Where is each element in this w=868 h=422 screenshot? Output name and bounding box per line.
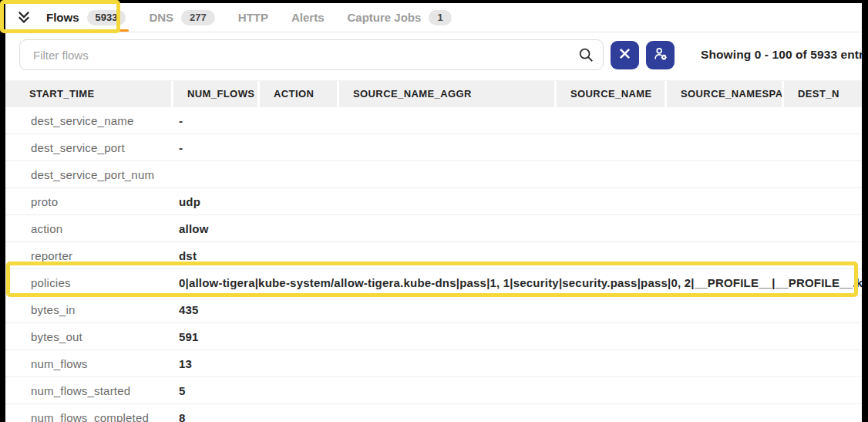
tab-count-badge: 277 [181,10,215,25]
column-header-label: START_TIME [29,88,95,100]
tab-capture-jobs[interactable]: Capture Jobs 1 [348,3,452,32]
column-header-action[interactable]: ACTION [260,81,339,107]
double-chevron-down-icon[interactable] [14,8,34,28]
detail-key: dest_service_port_num [5,168,179,181]
column-header-label: NUM_FLOWS [187,88,254,100]
detail-value: - [179,141,862,154]
detail-key: num_flows [5,357,179,370]
detail-value: 435 [179,303,862,316]
detail-row-reporter: reporter dst [5,242,862,269]
filter-input[interactable] [19,39,604,70]
close-icon [620,49,630,61]
detail-value: 8 [179,411,862,422]
detail-row-proto: proto udp [5,188,862,215]
column-header-source-namespace[interactable]: SOURCE_NAMESPACE [667,81,784,107]
column-header-label: SOURCE_NAME_AGGR [353,88,472,100]
column-header-label: ACTION [274,88,314,100]
detail-value: - [179,114,862,127]
tab-label: DNS [149,11,173,24]
detail-value: 13 [179,357,862,370]
search-icon[interactable] [577,46,594,63]
detail-key: proto [5,195,179,208]
detail-value: allow [179,222,862,235]
user-settings-button[interactable] [646,41,675,69]
detail-key: bytes_in [5,303,179,316]
column-header-label: DEST_N [798,88,839,100]
clear-filter-button[interactable] [611,41,639,69]
tab-alerts[interactable]: Alerts [291,3,325,32]
tab-dns[interactable]: DNS 277 [149,3,214,32]
detail-row-policies: policies 0|allow-tigera|kube-system/allo… [5,269,862,296]
detail-key: action [5,222,179,235]
detail-value: udp [179,195,862,208]
column-header-start-time[interactable]: START_TIME [5,81,173,107]
detail-value: 0|allow-tigera|kube-system/allow-tigera.… [179,276,862,289]
detail-row-bytes-out: bytes_out 591 [5,323,862,350]
tab-http[interactable]: HTTP [238,3,268,32]
user-gear-icon [652,46,669,65]
active-tab-underline [43,29,129,32]
detail-key: policies [5,276,179,289]
tab-count-badge: 5933 [87,10,126,25]
detail-value: 591 [179,330,862,343]
column-header-num-flows[interactable]: NUM_FLOWS [173,81,260,107]
detail-row-num-flows: num_flows 13 [5,350,862,377]
detail-value: dst [179,249,862,262]
detail-key: dest_service_port [5,141,179,154]
detail-row-dest-service-name: dest_service_name - [5,107,862,134]
column-header-source-name-aggr[interactable]: SOURCE_NAME_AGGR [339,81,557,107]
column-header-label: SOURCE_NAMESPACE [681,88,784,100]
detail-key: dest_service_name [5,114,179,127]
toolbar: Showing 0 - 100 of 5933 entries [19,39,856,70]
detail-key: reporter [5,249,179,262]
detail-row-dest-service-port: dest_service_port - [5,134,862,161]
column-header-source-name[interactable]: SOURCE_NAME [557,81,667,107]
column-header-label: SOURCE_NAME [570,88,652,100]
tab-label: Capture Jobs [348,11,422,24]
filter-field-wrap [19,39,604,70]
tab-label: HTTP [238,11,268,24]
detail-row-bytes-in: bytes_in 435 [5,296,862,323]
tab-label: Flows [46,11,79,24]
expanded-row-details: dest_service_name - dest_service_port - … [5,107,862,422]
detail-key: bytes_out [5,330,179,343]
detail-row-action: action allow [5,215,862,242]
tab-count-badge: 1 [429,10,451,25]
detail-row-num-flows-started: num_flows_started 5 [5,377,862,404]
detail-value: 5 [179,384,862,397]
tab-label: Alerts [291,11,325,24]
detail-key: num_flows_completed [5,411,179,422]
showing-entries-text: Showing 0 - 100 of 5933 entries [701,48,862,62]
detail-row-dest-service-port-num: dest_service_port_num [5,161,862,188]
flow-log-panel: Flows 5933 DNS 277 HTTP Alerts Capture J… [5,3,862,422]
tab-bar: Flows 5933 DNS 277 HTTP Alerts Capture J… [5,3,862,32]
column-header-dest-n[interactable]: DEST_N [784,81,862,107]
detail-key: num_flows_started [5,384,179,397]
detail-row-num-flows-completed: num_flows_completed 8 [5,404,862,422]
tab-flows[interactable]: Flows 5933 [46,3,126,32]
table-header-row: START_TIME NUM_FLOWS ACTION SOURCE_NAME_… [5,80,862,107]
